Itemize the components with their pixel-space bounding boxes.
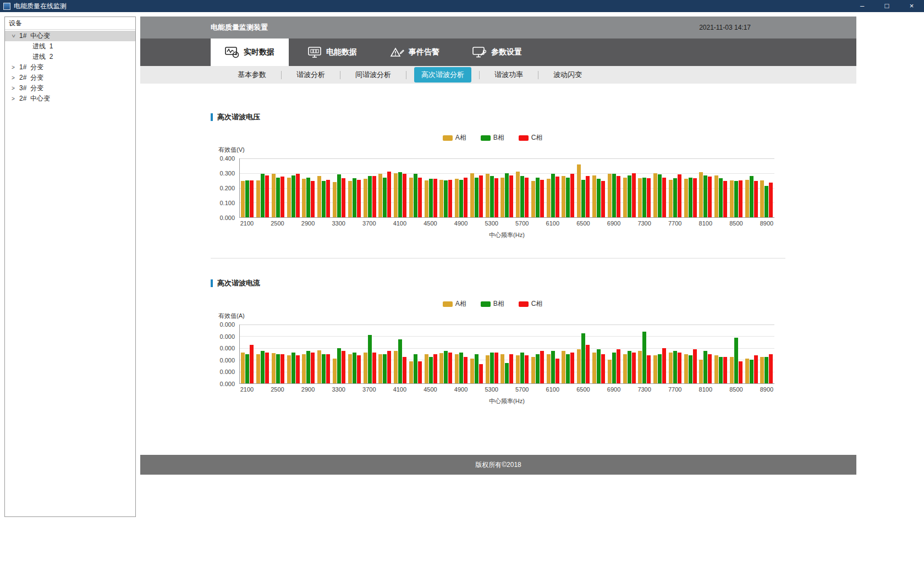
chevron-right-icon[interactable]: >	[9, 75, 17, 81]
bar	[597, 179, 601, 217]
bar	[703, 175, 707, 217]
chevron-down-icon[interactable]: >	[10, 32, 16, 40]
subtab-harmonic-analysis[interactable]: 谐波分析	[282, 70, 340, 80]
tab-param-settings[interactable]: 参数设置	[458, 38, 536, 66]
close-button[interactable]: ×	[899, 0, 924, 12]
bar	[520, 353, 524, 383]
legend-item[interactable]: A相	[443, 299, 466, 309]
bar	[333, 182, 337, 217]
legend-item[interactable]: A相	[443, 133, 466, 142]
sub-tabs: 基本参数谐波分析间谐波分析高次谐波分析谐波功率波动闪变	[140, 66, 856, 84]
minimize-button[interactable]: –	[850, 0, 875, 12]
subtab-harmonic-power[interactable]: 谐波功率	[480, 70, 538, 80]
bar-group	[713, 324, 729, 383]
chevron-right-icon[interactable]: >	[9, 64, 17, 70]
tab-label: 电能数据	[326, 47, 357, 57]
x-tick-label	[530, 220, 545, 227]
legend-item[interactable]: C相	[519, 133, 543, 142]
tree-item-label: 1# 分变	[19, 63, 43, 72]
bar-group	[346, 158, 362, 217]
bar	[516, 355, 520, 383]
legend-label: A相	[455, 133, 466, 142]
bar	[311, 353, 315, 383]
bar	[317, 176, 321, 217]
bar	[739, 361, 743, 383]
x-tick-label	[713, 386, 729, 393]
bar	[378, 174, 382, 217]
bar	[398, 172, 402, 217]
bar-group	[606, 324, 622, 383]
device-tree-header: 设备	[5, 17, 135, 30]
bar-group	[393, 158, 408, 217]
tree-item[interactable]: >1# 分变	[5, 62, 135, 73]
tree-item[interactable]: >1# 中心变	[5, 31, 135, 41]
legend-item[interactable]: B相	[481, 133, 504, 142]
bar-group	[393, 324, 408, 383]
y-tick-label: 0.000	[219, 357, 235, 364]
subtab-fluctuation-flicker[interactable]: 波动闪变	[538, 70, 597, 80]
bar-group	[423, 158, 438, 217]
bar-group	[377, 158, 393, 217]
bar	[287, 178, 291, 217]
bar-group	[515, 324, 530, 383]
legend-item[interactable]: B相	[481, 299, 504, 309]
subtab-high-order-harmonic[interactable]: 高次谐波分析	[414, 67, 471, 82]
bar-group	[408, 158, 423, 217]
subtab-interharmonic-analysis[interactable]: 间谐波分析	[340, 70, 406, 80]
bar	[699, 172, 703, 217]
bar	[708, 177, 712, 217]
bar	[612, 174, 616, 217]
tab-realtime-data[interactable]: 实时数据	[211, 38, 289, 66]
bar	[623, 354, 627, 384]
bar-group	[698, 158, 713, 217]
tab-energy-data[interactable]: 电能数据	[293, 38, 371, 66]
x-tick-label: 4100	[392, 220, 408, 227]
tab-label: 参数设置	[491, 47, 522, 57]
tree-item[interactable]: >2# 分变	[5, 73, 135, 83]
main-tabs: 实时数据 电能数据 事件告警 参数设置	[140, 38, 856, 66]
tree-item[interactable]: 进线 2	[5, 52, 135, 62]
bar	[306, 351, 310, 383]
bar	[628, 175, 631, 217]
tree-item[interactable]: >3# 分变	[5, 83, 135, 94]
plot-area	[239, 158, 774, 218]
tree-item[interactable]: 进线 1	[5, 41, 135, 52]
tab-label: 事件告警	[409, 47, 439, 57]
bar	[739, 180, 743, 217]
legend-item[interactable]: C相	[519, 299, 543, 309]
bar	[490, 353, 494, 383]
bar-group	[560, 158, 576, 217]
x-tick-label	[622, 220, 637, 227]
chevron-right-icon[interactable]: >	[9, 96, 17, 102]
tab-event-alarm[interactable]: 事件告警	[376, 38, 454, 66]
bar	[394, 173, 398, 217]
subtab-basic-params[interactable]: 基本参数	[223, 70, 281, 80]
bar	[617, 176, 620, 217]
x-tick-label	[255, 220, 270, 227]
bar-group	[438, 324, 454, 383]
bar	[719, 357, 723, 383]
bar	[368, 176, 372, 217]
bar-group	[423, 324, 438, 383]
x-tick-label: 8100	[698, 386, 713, 393]
x-tick-label	[285, 386, 300, 393]
bar-group	[530, 324, 546, 383]
bar	[372, 176, 376, 217]
bar	[601, 181, 605, 217]
x-tick-label: 6100	[545, 386, 560, 393]
y-axis-unit: 有效值(V)	[218, 146, 774, 154]
x-tick-label	[346, 386, 362, 393]
bar	[505, 173, 509, 217]
bar	[459, 180, 463, 217]
bar	[280, 354, 284, 384]
maximize-button[interactable]: □	[875, 0, 899, 12]
tree-item[interactable]: >2# 中心变	[5, 94, 135, 104]
bar-group	[499, 158, 515, 217]
bar	[662, 348, 666, 383]
bar	[689, 178, 692, 217]
chevron-right-icon[interactable]: >	[9, 85, 17, 91]
bar	[353, 178, 356, 217]
bar	[551, 351, 555, 383]
bar	[292, 353, 295, 383]
bar	[348, 354, 352, 384]
